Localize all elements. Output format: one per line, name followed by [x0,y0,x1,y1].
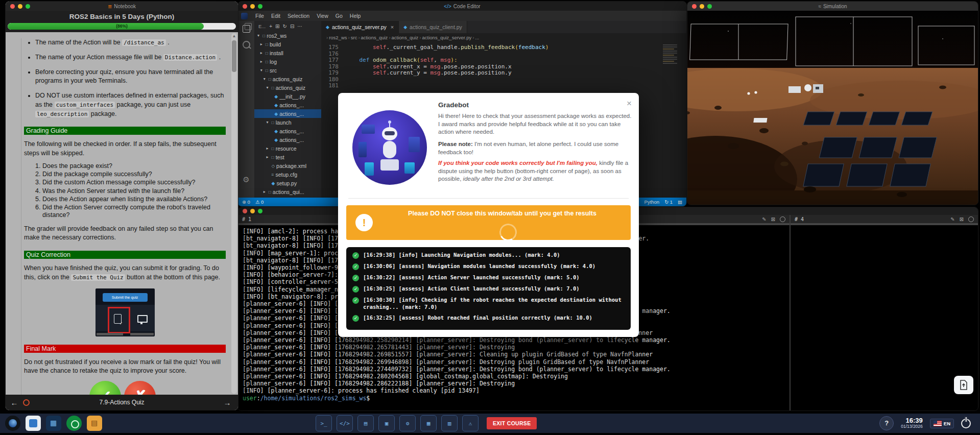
scrollbar-thumb[interactable] [232,40,236,72]
minimize-window-icon[interactable] [18,4,22,9]
minimize-window-icon[interactable] [250,4,255,9]
tree-item[interactable]: ◆__init__.py [254,92,321,101]
tree-item[interactable]: ◇package.xml [254,161,321,170]
taskbar-app-files[interactable] [87,416,102,431]
terminal-tab-label[interactable]: # 1 [242,216,251,222]
taskbar-app-web[interactable] [66,416,82,431]
maximize-window-icon[interactable] [707,4,712,9]
taskbar-tool-button[interactable]: ⚙ [399,415,416,431]
menu-item[interactable]: Go [332,12,346,20]
breadcrumb-item[interactable]: actions_quiz_server.py [422,35,472,40]
language-selector[interactable]: EN [930,419,954,428]
maximize-window-icon[interactable] [26,4,30,9]
mars-simulation-viewport[interactable] [687,11,978,205]
power-terminal-icon[interactable] [780,216,785,222]
taskbar-app-launcher[interactable] [5,416,20,431]
minimize-window-icon[interactable] [700,4,704,9]
taskbar-app-ide[interactable] [26,416,41,431]
tree-item[interactable]: ▾□src [254,66,321,75]
breadcrumb-item[interactable]: src [351,35,357,40]
menu-item[interactable]: Help [346,12,365,20]
minimize-window-icon[interactable] [250,209,255,213]
notebook-scrollbar[interactable]: ▲ [231,33,237,394]
tree-item[interactable]: ▸□build [254,40,321,49]
tree-item[interactable]: ◆setup.py [254,179,321,187]
floating-open-file-button[interactable] [954,376,973,394]
tree-item[interactable]: ▸□test [254,153,321,161]
tree-item[interactable]: ▾□actions_quiz [254,75,321,83]
exit-course-button[interactable]: EXIT COURSE [487,417,537,429]
tree-item[interactable]: ◆actions_... [254,135,321,144]
inline-code: custom_interfaces [55,102,115,108]
export-terminal-icon[interactable]: ⊠ [771,216,775,222]
tree-item[interactable]: ▸□actions_qui... [254,187,321,196]
close-tab-icon[interactable]: × [391,24,394,30]
status-panel-icon[interactable]: ▤ [678,199,682,205]
close-modal-icon[interactable]: × [627,99,632,108]
breadcrumb-item[interactable]: actions_quiz [392,35,419,40]
breadcrumb-item[interactable]: ros2_ws [329,35,347,40]
close-window-icon[interactable] [10,4,15,9]
edit-terminal-icon[interactable]: ✎ [950,216,954,222]
tab-actions-quiz-server[interactable]: ◆ actions_quiz_server.py × [321,21,399,33]
close-window-icon[interactable] [243,209,247,213]
help-button[interactable]: ? [879,416,894,430]
explorer-toolbar-icon[interactable]: ⊟ [290,23,294,29]
tree-item[interactable]: ▾□ros2_ws [254,31,321,40]
maximize-window-icon[interactable] [258,209,262,213]
taskbar-tool-button[interactable]: ▥ [441,415,458,431]
tree-item[interactable]: ◆actions_... [254,127,321,135]
status-sync[interactable]: ↻ 1 [664,199,673,205]
export-terminal-icon[interactable]: ⊠ [960,216,964,222]
taskbar-tool-button[interactable]: ▦ [420,415,437,431]
status-language[interactable]: Python [644,199,660,205]
menu-item[interactable]: View [313,12,332,20]
tree-item[interactable]: ▸□log [254,57,321,66]
grading-step: Did the package compile successfully? [42,171,226,178]
menu-item[interactable]: Selection [284,12,313,20]
window-controls[interactable] [6,4,30,9]
close-window-icon[interactable] [692,4,697,9]
breadcrumb-item[interactable]: ... [475,35,479,40]
settings-gear-icon[interactable]: ⚙ [243,175,249,184]
tree-item[interactable]: ▸□install [254,49,321,57]
explorer-toolbar-icon[interactable]: ⋯ [297,23,302,29]
power-button-icon[interactable] [961,419,971,428]
terminal-output[interactable] [791,225,978,410]
taskbar-tool-button[interactable]: ▣ [378,415,395,431]
window-controls[interactable] [238,4,262,9]
taskbar-tool-button[interactable]: ⚠ [462,415,479,431]
explorer-toolbar-icon[interactable]: ↻ [283,23,287,29]
tree-item[interactable]: ▾□launch [254,118,321,127]
tree-item[interactable]: ▾□actions_quiz [254,83,321,92]
edit-terminal-icon[interactable]: ✎ [762,216,766,222]
tree-item[interactable]: ▸□resource [254,144,321,153]
tree-item[interactable]: ≡setup.cfg [254,170,321,179]
maximize-window-icon[interactable] [258,4,262,9]
terminal-tab-label[interactable]: # 4 [795,216,804,222]
status-warnings[interactable]: ⚠ 0 [255,199,264,205]
taskbar-tool-button[interactable]: ▤ [357,415,374,431]
tree-item[interactable]: ◆actions_... [254,109,321,118]
explorer-files-icon[interactable] [243,25,250,33]
tab-actions-quiz-client[interactable]: ◆ actions_quiz_client.py [399,21,467,33]
scroll-up-icon[interactable]: ▲ [231,33,237,39]
taskbar-app-circuits[interactable] [46,416,61,431]
explorer-toolbar-icon[interactable]: + [269,23,272,29]
menu-item[interactable]: File [252,12,268,20]
tree-item[interactable]: ◆actions_... [254,101,321,109]
minimap[interactable] [661,43,679,105]
taskbar-tool-button[interactable]: >_ [316,415,332,431]
taskbar-tool-button[interactable]: </> [337,415,353,431]
explorer-label: E... [258,23,266,29]
search-icon[interactable] [243,41,250,49]
menu-item[interactable]: Edit [268,12,284,20]
status-errors[interactable]: ⊗ 0 [242,199,250,205]
window-controls[interactable] [238,209,262,213]
close-window-icon[interactable] [243,4,247,9]
power-terminal-icon[interactable] [968,216,974,222]
explorer-toolbar-icon[interactable]: ⊞ [275,23,279,29]
window-controls[interactable] [687,4,712,9]
next-chapter-button[interactable]: → [219,398,236,407]
breadcrumb-item[interactable]: actions_quiz [361,35,388,40]
